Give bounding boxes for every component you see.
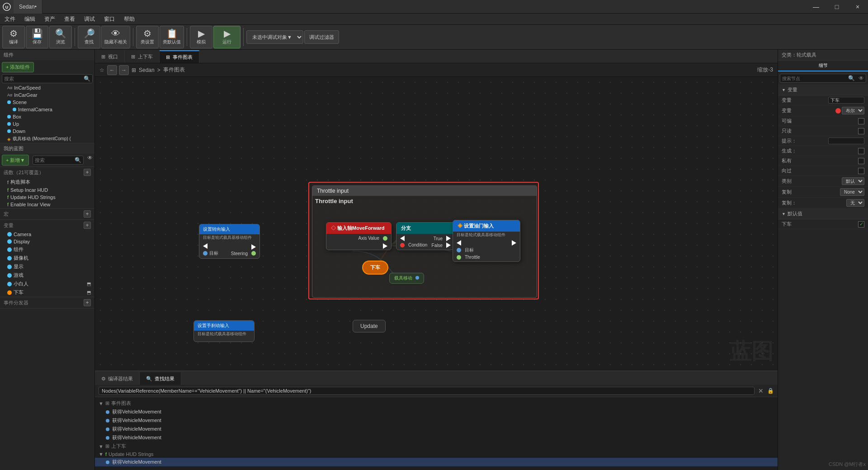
simulate-button[interactable]: ▶ 模拟: [190, 26, 212, 48]
add-function-button[interactable]: +: [84, 169, 91, 176]
find-button[interactable]: 🔎 查找: [78, 26, 100, 48]
rp-checkbox-readonly[interactable]: [858, 128, 864, 134]
result-item-5[interactable]: 获得VehicleMovement: [95, 458, 778, 466]
node-set-throttle[interactable]: ◈ 设置油门输入 目标是轮式载具基移动组件 目标 Throttle: [453, 220, 520, 262]
debug-select[interactable]: 未选中调试对象▼: [246, 30, 303, 44]
back-button[interactable]: ←: [107, 65, 117, 75]
menu-help[interactable]: 帮助: [119, 14, 139, 25]
debug-filter-button[interactable]: 调试过滤器: [304, 30, 339, 44]
var-display2[interactable]: 显示: [0, 262, 94, 271]
browse-button[interactable]: 🔍 浏览: [49, 26, 72, 48]
result-section-exit-vehicle[interactable]: ▼ ⊞ 上下车: [95, 442, 778, 451]
add-variable-button[interactable]: +: [84, 222, 91, 229]
component-movement[interactable]: ◈ 载具移动 (MovementComp) (: [0, 135, 94, 143]
result-item-2[interactable]: 获得VehicleMovement: [95, 416, 778, 425]
filter-lock-icon[interactable]: 🔒: [767, 388, 774, 394]
rp-type-select[interactable]: 布尔: [842, 107, 864, 114]
rp-checkbox-default[interactable]: ✓: [858, 221, 864, 228]
node-set-brake[interactable]: 设置手刹动输入 目标是轮式载具基移动组件: [193, 320, 255, 342]
rp-search-input[interactable]: [780, 75, 846, 82]
menu-view[interactable]: 查看: [60, 14, 80, 25]
rp-checkbox-spawn[interactable]: [858, 148, 864, 154]
node-func-move[interactable]: 载具移动: [389, 273, 424, 284]
rp-checkbox-editable[interactable]: [858, 118, 864, 124]
component-search-input[interactable]: [2, 75, 82, 82]
menu-window[interactable]: 窗口: [99, 14, 119, 25]
breadcrumb-event-graph[interactable]: 事件图表: [163, 66, 185, 74]
result-item-1[interactable]: 获得VehicleMovement: [95, 408, 778, 416]
breadcrumb-sedan[interactable]: Sedan: [139, 67, 155, 73]
tab-event-graph[interactable]: ⊞ 事件图表: [160, 50, 199, 63]
node-branch[interactable]: 分支 Condition True False: [396, 222, 455, 250]
blueprint-search-box[interactable]: 🔍: [33, 156, 84, 165]
rp-input-tooltip[interactable]: [828, 138, 864, 144]
func-setup-incar-hud[interactable]: f Setup Incar HUD: [0, 186, 94, 194]
forward-button[interactable]: →: [119, 65, 129, 75]
tab-find-results[interactable]: 🔍 查找结果: [140, 372, 181, 385]
rp-replication-select[interactable]: None: [840, 188, 864, 196]
var-xiabairen[interactable]: 小白人 ⬒: [0, 280, 94, 288]
result-section-update-hud[interactable]: ▼ f Update HUD Strings: [95, 451, 778, 458]
star-icon[interactable]: ☆: [99, 67, 104, 73]
add-macro-button[interactable]: +: [84, 210, 91, 218]
result-item-4[interactable]: 获得VehicleMovement: [95, 433, 778, 442]
add-dispatcher-button[interactable]: +: [84, 299, 91, 306]
menu-edit[interactable]: 编辑: [20, 14, 40, 25]
component-scene[interactable]: Scene: [0, 99, 94, 106]
component-up[interactable]: Up: [0, 120, 94, 128]
hide-unrelated-button[interactable]: 👁 隐藏不相关: [101, 26, 130, 48]
component-incarspeed[interactable]: Aα InCarSpeed: [0, 84, 94, 91]
node-set-steering[interactable]: 设置转向输入 目标是轮式载具基移动组件 目标 Steering: [199, 224, 260, 259]
menu-file[interactable]: 文件: [0, 14, 20, 25]
rp-category-select[interactable]: 默认: [842, 177, 864, 185]
throttle-comment[interactable]: Throttle input Throttle input ◇ 输入轴MoveF…: [312, 185, 537, 298]
class-settings-button[interactable]: ⚙ 类设置: [136, 26, 159, 48]
node-input-axis[interactable]: ◇ 输入轴MoveForward Axis Value: [326, 222, 392, 250]
rp-tab-details[interactable]: 细节: [778, 61, 868, 71]
func-enable-incar-view[interactable]: f Enable Incar View: [0, 201, 94, 208]
rp-replication2-select[interactable]: 无: [846, 199, 864, 207]
rp-checkbox-expose[interactable]: [858, 168, 864, 174]
node-var-xiache[interactable]: 下车: [362, 261, 388, 275]
component-down[interactable]: Down: [0, 128, 94, 135]
func-construct[interactable]: f 构造脚本: [0, 178, 94, 186]
maximize-button[interactable]: □: [826, 0, 847, 14]
func-update-hud-strings[interactable]: f Update HUD Strings: [0, 194, 94, 201]
var-camera[interactable]: Camera: [0, 231, 94, 238]
result-section-event-graph[interactable]: ▼ ⊞ 事件图表: [95, 399, 778, 408]
component-search-box[interactable]: 🔍: [2, 74, 93, 83]
var-camera2[interactable]: 摄像机: [0, 254, 94, 262]
blueprint-canvas[interactable]: 设置转向输入 目标是轮式载具基移动组件 目标 Steering: [95, 77, 778, 370]
var-component[interactable]: 组件: [0, 245, 94, 254]
menu-debug[interactable]: 调试: [80, 14, 99, 25]
save-button[interactable]: 💾 保存: [26, 26, 48, 48]
new-button[interactable]: + 新增▼: [2, 155, 29, 166]
rp-input-var-name[interactable]: [828, 97, 864, 104]
right-panel-search[interactable]: 🔍 👁: [780, 74, 866, 83]
blueprint-search-input[interactable]: [33, 157, 73, 164]
minimize-button[interactable]: —: [806, 0, 826, 14]
tab-exit-vehicle[interactable]: ⊞ 上下车: [125, 50, 160, 63]
visibility-icon[interactable]: 👁: [87, 155, 93, 166]
run-button[interactable]: ▶ 运行: [213, 26, 241, 48]
window-tab[interactable]: Sedan•: [14, 0, 42, 14]
component-internalcamera[interactable]: InternalCamera: [0, 106, 94, 113]
tab-viewport[interactable]: ⊞ 视口: [95, 50, 125, 63]
var-game[interactable]: 游戏: [0, 271, 94, 280]
menu-assets[interactable]: 资产: [40, 14, 60, 25]
search-query-input[interactable]: [99, 387, 755, 395]
var-display[interactable]: Display: [0, 238, 94, 245]
rp-checkbox-private[interactable]: [858, 158, 864, 164]
rp-vis-icon[interactable]: 👁: [857, 74, 866, 82]
add-component-button[interactable]: + 添加组件: [2, 62, 34, 72]
var-xiache[interactable]: 下车 ⬒: [0, 288, 94, 297]
component-box[interactable]: Box: [0, 113, 94, 120]
tab-compiler-results[interactable]: ⚙ 编译器结果: [95, 372, 140, 385]
filter-close-button[interactable]: ✕: [758, 387, 764, 394]
result-item-3[interactable]: 获得VehicleMovement: [95, 425, 778, 433]
compile-button[interactable]: ⚙ 编译: [2, 26, 25, 48]
node-update[interactable]: Update: [353, 320, 386, 332]
class-defaults-button[interactable]: 📋 类默认值: [160, 26, 184, 48]
close-button[interactable]: ×: [847, 0, 868, 14]
component-incargear[interactable]: Aα InCarGear: [0, 91, 94, 99]
